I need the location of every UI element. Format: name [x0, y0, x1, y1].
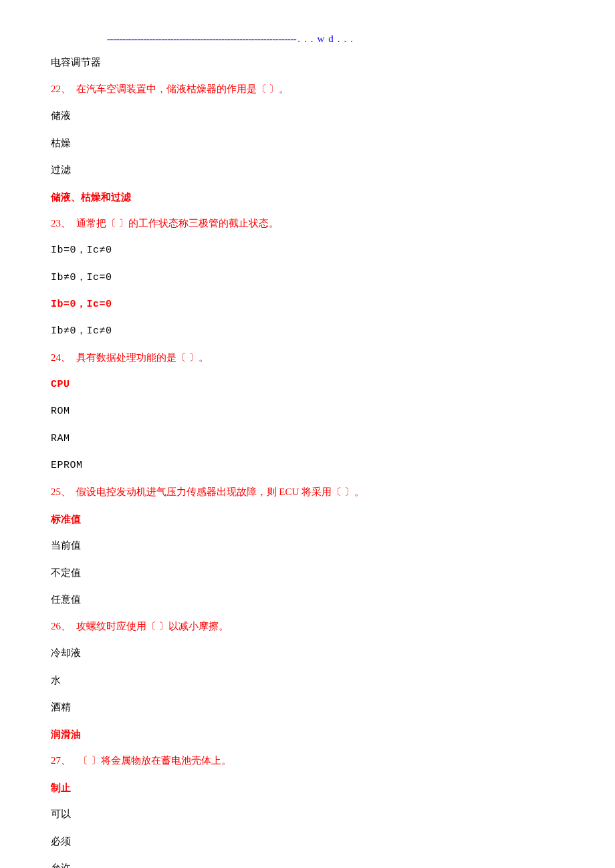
answer: 润滑油: [51, 726, 562, 742]
option: 酒精: [51, 700, 562, 715]
option: 任意值: [51, 592, 562, 607]
preline-text: 电容调节器: [51, 54, 562, 70]
option: 可以: [51, 807, 562, 822]
option: Ib≠0，Ic=0: [51, 270, 562, 285]
question-number: 22、: [51, 84, 71, 94]
option: Ib≠0，Ic≠0: [51, 323, 562, 339]
question-text: 〔 〕将金属物放在蓄电池壳体上。: [78, 755, 231, 766]
option: 冷却液: [51, 645, 562, 661]
option: 不定值: [51, 565, 562, 581]
option: RAM: [51, 431, 562, 446]
question-text: 假设电控发动机进气压力传感器出现故障，则 ECU 将采用〔 〕。: [76, 486, 364, 497]
question-22: 22、 在汽车空调装置中，储液枯燥器的作用是〔 〕。: [51, 82, 562, 97]
question-27: 27、 〔 〕将金属物放在蓄电池壳体上。: [51, 753, 562, 768]
option: EPROM: [51, 458, 562, 473]
question-text: 具有数据处理功能的是〔 〕。: [76, 352, 209, 363]
question-25: 25、 假设电控发动机进气压力传感器出现故障，则 ECU 将采用〔 〕。: [51, 484, 562, 500]
header-line: ----------------------------------------…: [51, 33, 562, 45]
answer: 制止: [51, 780, 562, 796]
option: 过滤: [51, 162, 562, 178]
question-number: 27、: [51, 755, 71, 766]
document-page: ----------------------------------------…: [0, 0, 615, 868]
option: 枯燥: [51, 136, 562, 151]
header-dashes: ----------------------------------------…: [107, 33, 296, 44]
option: 储液: [51, 108, 562, 124]
question-26: 26、 攻螺纹时应使用〔 〕以减小摩擦。: [51, 619, 562, 634]
question-text: 通常把〔 〕的工作状态称三极管的截止状态。: [76, 218, 279, 229]
answer: CPU: [51, 377, 562, 393]
option: ROM: [51, 404, 562, 419]
option: 允许: [51, 861, 562, 868]
question-text: 在汽车空调装置中，储液枯燥器的作用是〔 〕。: [76, 84, 289, 94]
answer: 标准值: [51, 511, 562, 527]
answer: Ib=0，Ic=0: [51, 297, 562, 313]
header-wd: ...wd...: [296, 33, 357, 44]
question-24: 24、 具有数据处理功能的是〔 〕。: [51, 350, 562, 366]
option: 当前值: [51, 538, 562, 553]
answer: 储液、枯燥和过滤: [51, 189, 562, 205]
question-number: 26、: [51, 621, 71, 631]
question-23: 23、 通常把〔 〕的工作状态称三极管的截止状态。: [51, 216, 562, 231]
option: 水: [51, 673, 562, 688]
option: Ib=0，Ic≠0: [51, 243, 562, 258]
option: 必须: [51, 834, 562, 849]
question-number: 23、: [51, 218, 71, 229]
question-number: 24、: [51, 352, 71, 363]
question-text: 攻螺纹时应使用〔 〕以减小摩擦。: [76, 621, 229, 631]
question-number: 25、: [51, 486, 71, 497]
